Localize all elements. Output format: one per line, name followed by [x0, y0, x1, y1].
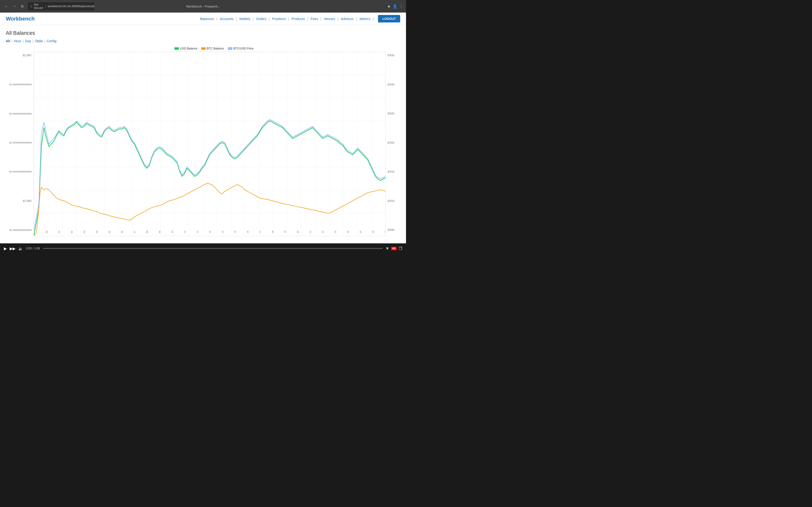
right-axis-label-3: $7625 [388, 112, 400, 115]
svg-text:21: 21 [309, 231, 312, 233]
svg-text:27: 27 [385, 231, 386, 233]
svg-text:14: 14 [221, 231, 224, 233]
left-axis: $2.2967 $2.2965999999999998 $2.296499999… [6, 47, 34, 236]
right-axis-label-6: $7610 [388, 200, 400, 202]
chart-svg-wrapper: 00 01 02 03 04 05 06 07 08 09 10 11 [34, 52, 386, 236]
chart-legend: USD Balance BTC Balance BTC/USD Price [34, 47, 386, 50]
nav-orders[interactable]: Orders [255, 17, 267, 21]
left-axis-label-6: $2.2962 [6, 200, 32, 202]
left-axis-label-2: $2.2965999999999998 [6, 83, 32, 86]
forward-button[interactable]: → [11, 3, 18, 9]
legend-price-color [228, 47, 232, 50]
nav-accounts[interactable]: Accounts [219, 17, 235, 21]
svg-text:10: 10 [171, 231, 173, 233]
nav-balances[interactable]: Balances [199, 17, 215, 21]
nav-metrics[interactable]: Metrics [359, 17, 371, 21]
svg-text:06: 06 [121, 231, 123, 233]
browser-chrome: ← → ↻ ⚠ Not Secure | workbench.lvh.me:40… [0, 0, 406, 12]
chart-svg: 00 01 02 03 04 05 06 07 08 09 10 11 [34, 52, 386, 236]
next-button[interactable]: ▶▶ [10, 246, 15, 251]
svg-text:24: 24 [347, 231, 349, 233]
nav-products[interactable]: Products [291, 17, 306, 21]
video-controls-right: ⮟ HD ❐ [386, 246, 402, 251]
legend-usd-color [174, 47, 179, 50]
browser-title: Workbench - Frequent... [186, 5, 220, 8]
right-axis-label-5: $7615 [388, 170, 400, 173]
browser-nav-buttons: ← → ↻ [3, 3, 26, 10]
svg-text:00: 00 [45, 231, 48, 233]
right-axis: $7635 $7630 $7625 $7620 $7615 $7610 $760… [386, 47, 400, 236]
view-hour[interactable]: Hour [14, 39, 21, 43]
left-axis-label-1: $2.2967 [6, 54, 32, 57]
left-axis-label-7: $2.2960999999999996 [6, 229, 32, 231]
view-all[interactable]: All [6, 39, 10, 43]
video-progress[interactable] [43, 248, 383, 249]
menu-button[interactable]: ⋮ [399, 4, 403, 9]
legend-usd-label: USD Balance [180, 47, 197, 50]
svg-text:08: 08 [146, 231, 148, 233]
legend-btc-label: BTC Balance [207, 47, 224, 50]
nav-links: Balances | Accounts | Wallets | Orders |… [199, 15, 400, 22]
view-config[interactable]: Config [47, 39, 56, 43]
reload-button[interactable]: ↻ [19, 3, 26, 10]
svg-text:02: 02 [70, 231, 73, 233]
svg-text:26: 26 [372, 231, 374, 233]
left-axis-label-3: $2.2964999999999995 [6, 113, 32, 115]
svg-text:23: 23 [335, 231, 337, 233]
nav-advisors[interactable]: Advisors [340, 17, 355, 21]
url-text: Not Secure [34, 3, 43, 10]
chart-main: USD Balance BTC Balance BTC/USD Price [34, 47, 386, 236]
svg-text:11: 11 [184, 231, 186, 233]
nav-wallets[interactable]: Wallets [238, 17, 251, 21]
svg-text:22: 22 [322, 231, 324, 233]
back-button[interactable]: ← [3, 3, 10, 9]
volume-button[interactable]: 🔈 [18, 246, 23, 251]
svg-text:15: 15 [234, 231, 236, 233]
logo: Workbench [6, 16, 35, 22]
svg-text:04: 04 [96, 231, 98, 233]
legend-usd: USD Balance [174, 47, 197, 50]
nav-fees[interactable]: Fees [310, 17, 319, 21]
svg-text:18: 18 [272, 231, 274, 233]
legend-btc-color [201, 47, 206, 50]
svg-text:03: 03 [83, 231, 86, 233]
address-bar[interactable]: ⚠ Not Secure | workbench.lvh.me:4000/bal… [27, 2, 95, 11]
app: Workbench Balances | Accounts | Wallets … [0, 12, 406, 243]
left-axis-label-4: $2.2963999999999998 [6, 142, 32, 144]
logout-button[interactable]: LOGOUT [378, 15, 400, 22]
view-table[interactable]: Table [35, 39, 43, 43]
play-button[interactable]: ▶ [4, 246, 7, 251]
svg-text:05: 05 [108, 231, 111, 233]
video-controls: ▶ ▶▶ 🔈 0:00 / 1:08 ⮟ HD ❐ [0, 243, 406, 253]
svg-text:20: 20 [297, 231, 299, 233]
nav-positions[interactable]: Positions [271, 17, 287, 21]
right-axis-label-2: $7630 [388, 83, 400, 86]
subtitles-button[interactable]: ⮟ [386, 246, 389, 250]
svg-text:07: 07 [134, 231, 136, 233]
profile-button[interactable]: 👤 [393, 4, 397, 9]
hd-badge: HD [391, 247, 397, 250]
svg-text:19: 19 [284, 231, 287, 233]
fullscreen-button[interactable]: ❐ [399, 246, 402, 251]
view-day[interactable]: Day [25, 39, 31, 43]
main-content: All Balances All | Hour | Day | Table | … [0, 25, 406, 243]
browser-actions: ★ 👤 ⋮ [387, 4, 403, 9]
view-links: All | Hour | Day | Table | Config [6, 39, 400, 43]
legend-btc: BTC Balance [201, 47, 224, 50]
bookmark-button[interactable]: ★ [387, 4, 391, 9]
svg-text:09: 09 [158, 231, 161, 233]
svg-rect-0 [34, 52, 386, 236]
legend-price: BTC/USD Price [228, 47, 254, 50]
right-axis-label-7: $7605 [388, 229, 400, 231]
nav-venues[interactable]: Venues [323, 17, 336, 21]
chart-container: $2.2967 $2.2965999999999998 $2.296499999… [6, 47, 400, 236]
right-axis-label-4: $7620 [388, 142, 400, 144]
left-axis-label-5: $2.2962999999999996 [6, 170, 32, 173]
svg-text:12: 12 [196, 231, 199, 233]
video-time: 0:00 / 1:08 [26, 247, 40, 250]
svg-text:13: 13 [209, 231, 211, 233]
url-value: workbench.lvh.me:4000/balances/all [48, 5, 94, 8]
legend-price-label: BTC/USD Price [234, 47, 254, 50]
svg-text:16: 16 [247, 231, 249, 233]
right-axis-label-1: $7635 [388, 54, 400, 57]
